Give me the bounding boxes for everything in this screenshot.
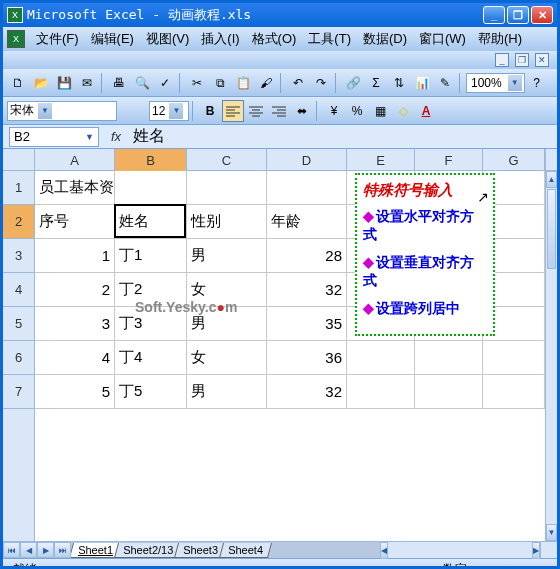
percent-button[interactable]: %: [346, 100, 368, 122]
name-box[interactable]: B2▼: [9, 127, 99, 147]
vertical-scrollbar[interactable]: ▲ ▼: [545, 149, 557, 541]
select-all-corner[interactable]: [3, 149, 35, 171]
menu-insert[interactable]: 插入(I): [196, 28, 244, 50]
row-header-3[interactable]: 3: [3, 239, 34, 273]
link-button[interactable]: 🔗: [342, 72, 364, 94]
preview-button[interactable]: 🔍: [131, 72, 153, 94]
menu-view[interactable]: 视图(V): [141, 28, 194, 50]
tab-next-button[interactable]: ▶: [37, 542, 54, 558]
col-header-B[interactable]: B: [115, 149, 187, 171]
menu-file[interactable]: 文件(F): [31, 28, 84, 50]
cell-B4[interactable]: 丁2: [115, 273, 187, 306]
save-button[interactable]: 💾: [53, 72, 75, 94]
tab-prev-button[interactable]: ◀: [20, 542, 37, 558]
font-color-button[interactable]: A: [415, 100, 437, 122]
cell-B2[interactable]: 姓名: [115, 205, 187, 238]
cell-D2[interactable]: 年龄: [267, 205, 347, 238]
copy-button[interactable]: ⧉: [209, 72, 231, 94]
sheet-tab-1[interactable]: Sheet2/13: [114, 543, 182, 558]
cell-C3[interactable]: 男: [187, 239, 267, 272]
sheet-tab-3[interactable]: Sheet4: [219, 543, 272, 558]
row-header-1[interactable]: 1: [3, 171, 34, 205]
chevron-down-icon[interactable]: ▼: [169, 103, 183, 119]
cell-B1[interactable]: [115, 171, 187, 204]
row-header-6[interactable]: 6: [3, 341, 34, 375]
cut-button[interactable]: ✂: [186, 72, 208, 94]
menu-help[interactable]: 帮助(H): [473, 28, 527, 50]
cell-D5[interactable]: 35: [267, 307, 347, 340]
menu-data[interactable]: 数据(D): [358, 28, 412, 50]
cell-D4[interactable]: 32: [267, 273, 347, 306]
bold-button[interactable]: B: [199, 100, 221, 122]
cell-B7[interactable]: 丁5: [115, 375, 187, 408]
scroll-right-button[interactable]: ▶: [532, 542, 540, 559]
open-button[interactable]: 📂: [30, 72, 52, 94]
row-header-5[interactable]: 5: [3, 307, 34, 341]
redo-button[interactable]: ↷: [310, 72, 332, 94]
scroll-up-button[interactable]: ▲: [546, 171, 557, 188]
cell-C5[interactable]: 男: [187, 307, 267, 340]
scroll-left-button[interactable]: ◀: [380, 542, 388, 559]
scroll-down-button[interactable]: ▼: [546, 524, 557, 541]
format-painter-button[interactable]: 🖌: [255, 72, 277, 94]
menu-tools[interactable]: 工具(T): [303, 28, 356, 50]
cell-D1[interactable]: [267, 171, 347, 204]
minimize-button[interactable]: _: [483, 6, 505, 24]
col-header-E[interactable]: E: [347, 149, 415, 171]
cell-D7[interactable]: 32: [267, 375, 347, 408]
cell-A5[interactable]: 3: [35, 307, 115, 340]
cell-C6[interactable]: 女: [187, 341, 267, 374]
menu-window[interactable]: 窗口(W): [414, 28, 471, 50]
row-header-4[interactable]: 4: [3, 273, 34, 307]
cell-A1[interactable]: 员工基本资料: [35, 171, 115, 204]
font-combo[interactable]: 宋体▼: [7, 101, 117, 121]
formula-input[interactable]: 姓名: [133, 126, 165, 147]
cell-A4[interactable]: 2: [35, 273, 115, 306]
cell-F6[interactable]: [415, 341, 483, 374]
cell-C4[interactable]: 女: [187, 273, 267, 306]
spell-button[interactable]: ✓: [154, 72, 176, 94]
merge-button[interactable]: ⬌: [291, 100, 313, 122]
close-button[interactable]: ✕: [531, 6, 553, 24]
help-button[interactable]: ?: [526, 72, 548, 94]
cell-G6[interactable]: [483, 341, 545, 374]
fontsize-combo[interactable]: 12▼: [149, 101, 189, 121]
menu-format[interactable]: 格式(O): [247, 28, 302, 50]
paste-button[interactable]: 📋: [232, 72, 254, 94]
zoom-combo[interactable]: 100%▼: [466, 73, 525, 93]
mail-button[interactable]: ✉: [76, 72, 98, 94]
sort-button[interactable]: ⇅: [388, 72, 410, 94]
horizontal-scrollbar[interactable]: ◀ ▶: [380, 542, 540, 558]
cell-A2[interactable]: 序号: [35, 205, 115, 238]
row-header-7[interactable]: 7: [3, 375, 34, 409]
doc-icon[interactable]: X: [7, 30, 25, 48]
border-button[interactable]: ▦: [369, 100, 391, 122]
cell-grid[interactable]: Soft.Yesky.c●m 员工基本资料序号姓名性别年龄1丁1男282丁2女3…: [35, 171, 545, 541]
cell-C1[interactable]: [187, 171, 267, 204]
menu-edit[interactable]: 编辑(E): [86, 28, 139, 50]
cell-D6[interactable]: 36: [267, 341, 347, 374]
cell-A3[interactable]: 1: [35, 239, 115, 272]
doc-restore[interactable]: ❐: [515, 53, 529, 67]
col-header-C[interactable]: C: [187, 149, 267, 171]
sum-button[interactable]: Σ: [365, 72, 387, 94]
print-button[interactable]: 🖶: [108, 72, 130, 94]
cell-E6[interactable]: [347, 341, 415, 374]
currency-button[interactable]: ¥: [323, 100, 345, 122]
undo-button[interactable]: ↶: [287, 72, 309, 94]
align-left-button[interactable]: [222, 100, 244, 122]
align-center-button[interactable]: [245, 100, 267, 122]
chevron-down-icon[interactable]: ▼: [38, 103, 52, 119]
cell-F7[interactable]: [415, 375, 483, 408]
cell-D3[interactable]: 28: [267, 239, 347, 272]
tab-first-button[interactable]: ⏮: [3, 542, 20, 558]
col-header-A[interactable]: A: [35, 149, 115, 171]
col-header-D[interactable]: D: [267, 149, 347, 171]
fx-icon[interactable]: fx: [111, 129, 121, 144]
cell-C7[interactable]: 男: [187, 375, 267, 408]
doc-minimize[interactable]: _: [495, 53, 509, 67]
col-header-G[interactable]: G: [483, 149, 545, 171]
doc-close[interactable]: ✕: [535, 53, 549, 67]
scroll-thumb[interactable]: [547, 189, 556, 269]
cell-A6[interactable]: 4: [35, 341, 115, 374]
